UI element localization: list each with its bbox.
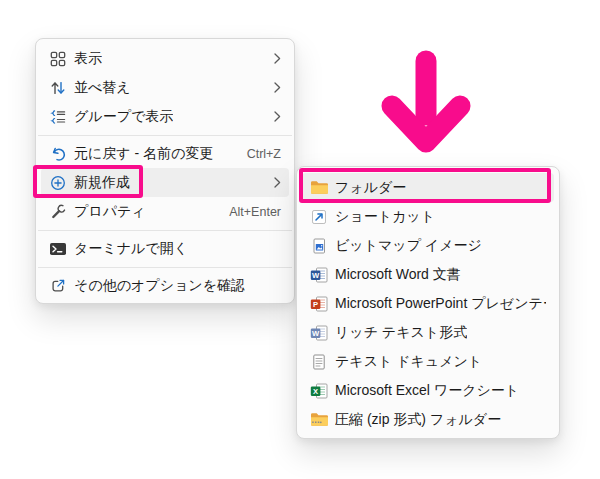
shortcut-icon	[309, 209, 329, 225]
menu-item-group-by[interactable]: グループで表示	[36, 102, 294, 131]
new-plus-icon	[48, 175, 68, 191]
menu-item-label: ターミナルで開く	[74, 240, 188, 258]
menu-item-label: Microsoft Excel ワークシート	[335, 382, 519, 400]
menu-item-terminal[interactable]: ターミナルで開く	[36, 234, 294, 263]
shortcut-hint: Alt+Enter	[229, 205, 281, 219]
excel-icon: X	[309, 383, 329, 399]
menu-item-label: ショートカット	[335, 208, 435, 226]
menu-item-label: テキスト ドキュメント	[335, 353, 482, 371]
chevron-right-icon	[274, 82, 281, 93]
group-by-icon	[48, 109, 68, 125]
menu-separator	[36, 263, 294, 271]
menu-item-label: 新規作成	[74, 174, 130, 192]
menu-item-label: ビットマップ イメージ	[335, 237, 482, 255]
context-menu: 表示並べ替えグループで表示元に戻す - 名前の変更Ctrl+Z新規作成プロパティ…	[35, 38, 295, 304]
menu-item-label: Microsoft Word 文書	[335, 266, 461, 284]
bitmap-image-icon	[309, 238, 329, 254]
annotation-down-arrow-icon	[381, 47, 471, 159]
menu-item-excel[interactable]: XMicrosoft Excel ワークシート	[297, 376, 559, 405]
menu-item-label: その他のオプションを確認	[74, 277, 245, 295]
text-document-icon	[309, 354, 329, 370]
menu-item-text-document[interactable]: テキスト ドキュメント	[297, 347, 559, 376]
shortcut-hint: Ctrl+Z	[247, 147, 281, 161]
menu-item-label: 元に戻す - 名前の変更	[74, 145, 213, 163]
powerpoint-icon: P	[309, 296, 329, 312]
menu-item-zip-folder[interactable]: 圧縮 (zip 形式) フォルダー	[297, 405, 559, 434]
rtf-icon: W	[309, 325, 329, 341]
chevron-right-icon	[274, 177, 281, 188]
terminal-icon	[48, 241, 68, 257]
menu-item-shortcut[interactable]: ショートカット	[297, 202, 559, 231]
more-options-icon	[48, 278, 68, 294]
svg-text:W: W	[312, 270, 320, 279]
new-submenu: フォルダーショートカットビットマップ イメージWMicrosoft Word 文…	[296, 166, 560, 439]
menu-item-undo[interactable]: 元に戻す - 名前の変更Ctrl+Z	[36, 139, 294, 168]
menu-item-powerpoint[interactable]: PMicrosoft PowerPoint プレゼンテーション	[297, 289, 559, 318]
menu-item-folder[interactable]: フォルダー	[302, 173, 554, 202]
menu-item-label: フォルダー	[335, 179, 406, 197]
menu-item-label: Microsoft PowerPoint プレゼンテーション	[335, 295, 546, 313]
menu-item-label: グループで表示	[74, 108, 173, 126]
menu-item-more-options[interactable]: その他のオプションを確認	[36, 271, 294, 300]
svg-text:X: X	[313, 386, 318, 395]
menu-item-label: 圧縮 (zip 形式) フォルダー	[335, 411, 501, 429]
menu-item-label: 並べ替え	[74, 79, 131, 97]
word-icon: W	[309, 267, 329, 283]
menu-item-view-grid[interactable]: 表示	[36, 44, 294, 73]
menu-separator	[36, 131, 294, 139]
menu-item-word[interactable]: WMicrosoft Word 文書	[297, 260, 559, 289]
folder-icon	[309, 180, 329, 196]
menu-item-label: プロパティ	[74, 203, 146, 221]
zip-folder-icon	[309, 412, 329, 428]
chevron-right-icon	[274, 53, 281, 64]
menu-item-bitmap-image[interactable]: ビットマップ イメージ	[297, 231, 559, 260]
menu-item-label: 表示	[74, 50, 102, 68]
menu-item-rtf[interactable]: Wリッチ テキスト形式	[297, 318, 559, 347]
properties-wrench-icon	[48, 204, 68, 220]
undo-icon	[48, 146, 68, 162]
view-grid-icon	[48, 51, 68, 67]
svg-text:W: W	[312, 328, 320, 337]
menu-item-sort[interactable]: 並べ替え	[36, 73, 294, 102]
menu-item-label: リッチ テキスト形式	[335, 324, 467, 342]
svg-text:P: P	[313, 299, 318, 308]
menu-separator	[36, 226, 294, 234]
sort-icon	[48, 80, 68, 96]
chevron-right-icon	[274, 111, 281, 122]
menu-item-properties-wrench[interactable]: プロパティAlt+Enter	[36, 197, 294, 226]
menu-item-new-plus[interactable]: 新規作成	[41, 168, 289, 197]
